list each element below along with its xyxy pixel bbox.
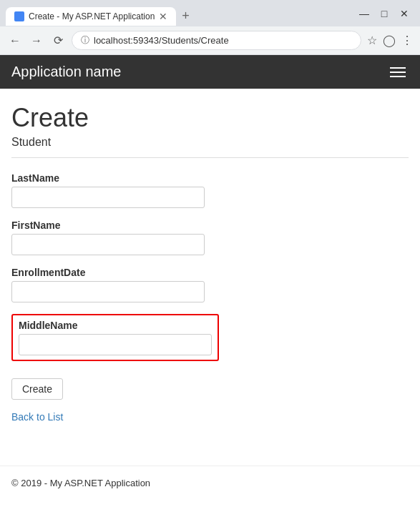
middle-name-label: MiddleName <box>19 320 212 331</box>
toolbar-icons: ☆ ◯ ⋮ <box>367 34 413 47</box>
enrollment-date-label: EnrollmentDate <box>11 267 409 278</box>
page-subtitle: Student <box>11 136 409 149</box>
minimize-button[interactable]: — <box>357 8 371 19</box>
lock-icon: ⓘ <box>81 34 89 46</box>
bookmark-icon[interactable]: ☆ <box>367 34 377 47</box>
footer: © 2019 - My ASP.NET Application <box>0 466 420 500</box>
hamburger-line-1 <box>390 67 406 69</box>
close-button[interactable]: ✕ <box>397 8 411 19</box>
hamburger-line-2 <box>390 72 406 73</box>
enrollment-date-input[interactable] <box>11 281 205 302</box>
profile-icon[interactable]: ◯ <box>383 34 396 47</box>
last-name-input[interactable] <box>11 187 205 208</box>
first-name-input[interactable] <box>11 234 205 255</box>
last-name-group: LastName <box>11 172 409 208</box>
app-name: Application name <box>11 64 121 80</box>
middle-name-input[interactable] <box>19 334 212 355</box>
tab-close-button[interactable]: ✕ <box>159 11 167 21</box>
page-title: Create <box>11 103 409 133</box>
last-name-label: LastName <box>11 172 409 184</box>
menu-icon[interactable]: ⋮ <box>401 34 413 47</box>
restore-button[interactable]: □ <box>377 8 391 19</box>
first-name-label: FirstName <box>11 220 409 231</box>
tab-title: Create - My ASP.NET Application <box>29 11 155 21</box>
reload-button[interactable]: ⟳ <box>50 34 66 47</box>
first-name-group: FirstName <box>11 220 409 255</box>
enrollment-date-group: EnrollmentDate <box>11 267 409 302</box>
active-tab[interactable]: Create - My ASP.NET Application ✕ <box>6 7 176 26</box>
hamburger-line-3 <box>390 76 406 77</box>
address-bar: ← → ⟳ ⓘ localhost:59343/Students/Create … <box>0 26 420 54</box>
forward-nav-button[interactable]: → <box>29 34 44 47</box>
address-input[interactable]: ⓘ localhost:59343/Students/Create <box>72 31 361 50</box>
create-button[interactable]: Create <box>11 378 63 400</box>
hamburger-button[interactable] <box>387 64 409 80</box>
tab-favicon <box>14 11 24 21</box>
main-content: Create Student LastName FirstName Enroll… <box>0 89 420 466</box>
browser-chrome: Create - My ASP.NET Application ✕ + — □ … <box>0 0 420 55</box>
back-to-list-link[interactable]: Back to List <box>11 411 409 423</box>
tab-bar: Create - My ASP.NET Application ✕ + — □ … <box>0 0 420 26</box>
new-tab-button[interactable]: + <box>176 6 195 26</box>
middle-name-group-error: MiddleName <box>11 314 219 361</box>
app-navbar: Application name <box>0 55 420 89</box>
back-nav-button[interactable]: ← <box>7 34 23 47</box>
divider <box>11 157 409 158</box>
footer-text: © 2019 - My ASP.NET Application <box>11 478 150 488</box>
address-text: localhost:59343/Students/Create <box>94 35 229 46</box>
window-controls: — □ ✕ <box>357 8 414 25</box>
